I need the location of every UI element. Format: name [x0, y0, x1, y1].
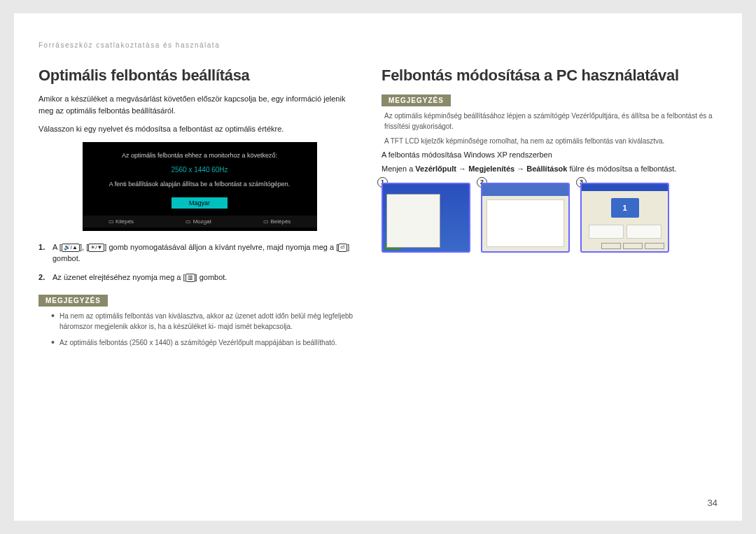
screenshot-desktop: start	[382, 183, 470, 253]
screenshot-row: 1 start 2	[382, 183, 718, 253]
step-2: Az üzenet elrejtéséhez nyomja meg a [▥] …	[38, 272, 360, 283]
step-1: A [🔊/▲], [☀/▼] gomb nyomogatásával álljo…	[38, 241, 360, 265]
note-item-2: Az optimális felbontás (2560 x 1440) a s…	[51, 337, 360, 348]
menu-icon: ▥	[186, 274, 195, 282]
dialog-buttons	[582, 243, 664, 249]
screenshot-2-wrap: 2	[481, 183, 570, 253]
steps-list: A [🔊/▲], [☀/▼] gomb nyomogatásával álljo…	[38, 241, 360, 283]
osd-line1: Az optimális felbontás ehhez a monitorho…	[83, 152, 317, 159]
start-button-icon: start	[384, 243, 401, 250]
enter-icon: ⏎	[338, 244, 347, 252]
intro-p1: Amikor a készüléket a megvásárlást követ…	[38, 93, 360, 116]
content-columns: Optimális felbontás beállítása Amikor a …	[38, 66, 718, 353]
note-label-right: MEGJEGYZÉS	[382, 94, 451, 106]
monitor-preview-icon: 1	[611, 198, 639, 218]
screenshot-1-wrap: 1 start	[382, 183, 470, 253]
osd-move: Mozgat	[186, 218, 211, 225]
right-note-1: Az optimális képminőség beállításához lé…	[382, 111, 718, 132]
heading-right: Felbontás módosítása a PC használatával	[382, 66, 718, 85]
osd-line2: A fenti beállítások alapján állítsa be a…	[83, 181, 317, 188]
osd-enter: Belépés	[263, 218, 290, 225]
subheading-xp: A felbontás módosítása Windows XP rendsz…	[382, 150, 718, 159]
osd-legend: Kilépés Mozgat Belépés	[83, 216, 317, 227]
left-column: Optimális felbontás beállítása Amikor a …	[38, 66, 360, 353]
osd-language-button: Magyar	[172, 197, 227, 209]
screenshot-3-wrap: 3 1	[580, 183, 669, 253]
right-note-2: A TFT LCD kijelzők képminősége romolhat,…	[382, 136, 718, 146]
right-column: Felbontás módosítása a PC használatával …	[382, 66, 718, 353]
page-number: 34	[708, 498, 718, 508]
volume-up-icon: 🔊/▲	[62, 244, 80, 252]
breadcrumb: Forráseszköz csatlakoztatása és használa…	[38, 41, 718, 49]
osd-resolution: 2560 x 1440 60Hz	[83, 166, 317, 174]
screenshot-display-settings: 1	[580, 183, 669, 253]
volume-down-icon: ☀/▼	[88, 244, 104, 252]
note-item-1: Ha nem az optimális felbontás van kivála…	[51, 311, 360, 332]
nav-instruction: Menjen a Vezérlőpult → Megjelenítés → Be…	[382, 164, 718, 173]
osd-screenshot: Az optimális felbontás ehhez a monitorho…	[83, 142, 317, 231]
right-note-block: Az optimális képminőség beállításához lé…	[382, 111, 718, 146]
heading-left: Optimális felbontás beállítása	[38, 66, 360, 85]
osd-exit: Kilépés	[108, 218, 134, 225]
screenshot-control-panel	[481, 183, 570, 253]
dialog-titlebar	[582, 184, 668, 191]
control-panel-icons	[489, 202, 561, 244]
settings-sliders	[582, 225, 668, 239]
note-list-left: Ha nem az optimális felbontás van kivála…	[38, 311, 360, 348]
note-label-left: MEGJEGYZÉS	[38, 295, 108, 307]
intro-p2: Válasszon ki egy nyelvet és módosítsa a …	[38, 123, 360, 135]
document-page: Forráseszköz csatlakoztatása és használa…	[14, 13, 742, 521]
